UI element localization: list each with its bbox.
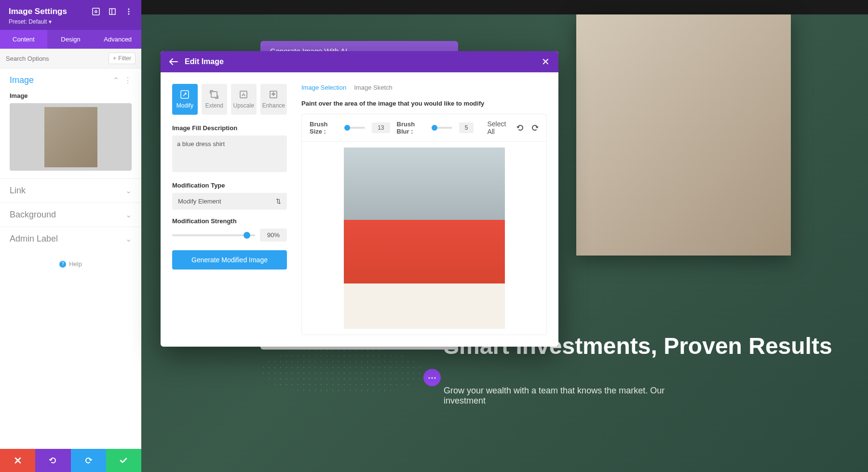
redo-button[interactable] [71,449,106,472]
svg-point-6 [128,13,130,15]
help-icon: ? [59,261,66,268]
image-field-label: Image [10,92,132,99]
tab-advanced[interactable]: Advanced [94,30,141,49]
caret-down-icon: ▾ [49,18,52,25]
preset-selector[interactable]: Preset: Default ▾ [9,18,133,25]
svg-rect-1 [93,8,99,15]
right-tabs: Image Selection Image Sketch [301,84,547,93]
sidebar-tabs: Content Design Advanced [0,30,141,49]
sidebar-footer [0,449,141,472]
modal-body: Modify Extend Upscale Enhance Image Fill… [161,72,558,347]
section-admin-label-header[interactable]: Admin Label ⌄ [0,227,141,251]
fill-description-input[interactable] [172,135,287,172]
settings-sidebar: Image Settings Preset: Default ▾ Content… [0,0,141,472]
svg-rect-2 [109,9,115,14]
select-caret-icon: ⇅ [276,198,281,205]
undo-canvas-icon[interactable] [516,124,524,132]
redo-canvas-icon[interactable] [531,124,539,132]
brush-blur-label: Brush Blur : [397,121,426,135]
section-link-header[interactable]: Link ⌄ [0,178,141,202]
tab-content[interactable]: Content [0,30,47,49]
canvas-image[interactable] [344,148,505,329]
canvas-toolbar: Brush Size : 13 Brush Blur : 5 Select Al… [301,114,547,142]
section-image-body: Image [0,92,141,178]
svg-point-4 [128,9,130,10]
dock-icon[interactable] [108,8,116,15]
brush-blur-slider[interactable] [433,127,452,129]
tab-design[interactable]: Design [47,30,95,49]
modal-title: Edit Image [185,57,224,66]
modal-left-panel: Modify Extend Upscale Enhance Image Fill… [172,84,287,335]
svg-point-5 [128,11,130,13]
save-button[interactable] [106,449,141,472]
section-image-header[interactable]: Image ⌃ ⋮ [0,68,141,92]
slider-thumb[interactable] [244,232,250,239]
kebab-menu-icon[interactable]: ⋮ [124,76,132,85]
image-preview[interactable] [10,103,132,171]
select-all-button[interactable]: Select All [487,120,510,135]
modification-strength-slider[interactable] [172,234,255,236]
modification-strength-slider-row: 90% [172,229,287,242]
close-icon[interactable]: ✕ [542,57,550,67]
expand-icon[interactable] [92,8,100,15]
plus-icon: + [113,55,116,62]
chevron-down-icon: ⌄ [125,234,132,243]
undo-button[interactable] [35,449,70,472]
modification-type-label: Modification Type [172,182,287,189]
enhance-action-button[interactable]: Enhance [260,84,287,115]
modal-header: Edit Image ✕ [161,51,558,72]
hero-image [576,14,791,256]
sidebar-title: Image Settings [9,7,67,16]
svg-point-0 [95,11,97,13]
modification-strength-value: 90% [260,229,287,242]
extend-icon [209,90,219,99]
cancel-button[interactable] [0,449,35,472]
sidebar-header: Image Settings Preset: Default ▾ [0,0,141,30]
modify-icon [180,90,190,99]
filter-button[interactable]: + Filter [108,53,136,64]
slider-thumb[interactable] [344,125,350,131]
brush-size-value: 13 [372,122,390,133]
modal-right-panel: Image Selection Image Sketch Paint over … [301,84,547,335]
action-buttons: Modify Extend Upscale Enhance [172,84,287,115]
modification-strength-label: Modification Strength [172,217,287,225]
brush-size-slider[interactable] [346,127,365,129]
brush-blur-value: 5 [459,122,474,133]
module-options-fab[interactable]: ⋯ [423,369,441,386]
modify-action-button[interactable]: Modify [172,84,198,115]
upscale-icon [239,90,248,99]
canvas-area[interactable] [301,142,547,335]
extend-action-button[interactable]: Extend [202,84,227,115]
help-link[interactable]: ? Help [0,251,141,277]
modification-type-select[interactable]: Modify Element ⇅ [172,193,287,210]
search-input[interactable] [6,55,108,62]
upscale-action-button[interactable]: Upscale [231,84,257,115]
search-bar: + Filter [0,49,141,68]
section-background-header[interactable]: Background ⌄ [0,202,141,227]
slider-thumb[interactable] [432,125,437,131]
chevron-down-icon: ⌄ [125,210,132,219]
chevron-up-icon: ⌃ [113,76,119,85]
brush-size-label: Brush Size : [310,121,339,135]
hero-subtext: Grow your wealth with a team that knows … [444,386,685,406]
image-preview-thumb [44,107,97,167]
tab-image-sketch[interactable]: Image Sketch [354,84,393,93]
generate-modified-image-button[interactable]: Generate Modified Image [172,250,287,270]
fill-description-label: Image Fill Description [172,124,287,132]
chevron-down-icon: ⌄ [125,186,132,195]
edit-image-modal: Edit Image ✕ Modify Extend Upscale [161,51,558,347]
tab-image-selection[interactable]: Image Selection [301,84,346,93]
svg-rect-8 [211,92,217,97]
kebab-menu-icon[interactable] [125,8,133,15]
back-icon[interactable] [169,58,178,65]
paint-instruction: Paint over the area of the image that yo… [301,100,547,107]
decorative-pattern [260,347,424,395]
enhance-icon [269,90,278,99]
